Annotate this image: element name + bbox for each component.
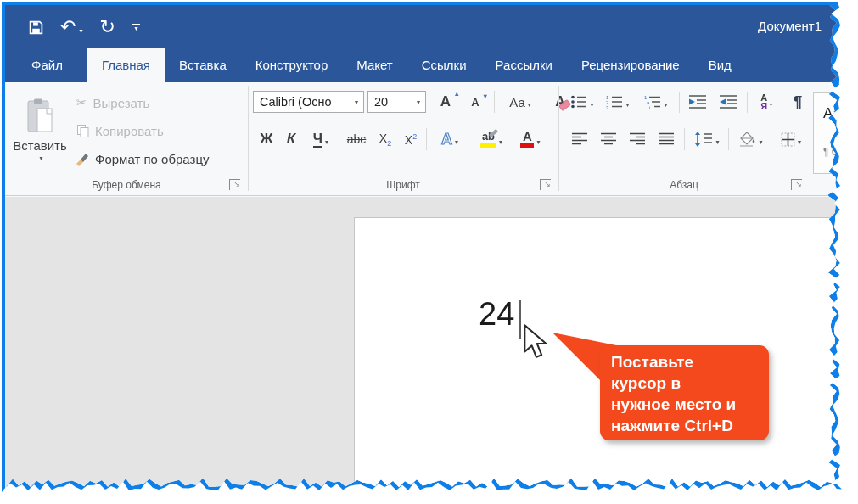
tab-review[interactable]: Рецензирование	[567, 48, 694, 82]
increase-indent-button[interactable]	[715, 91, 742, 113]
undo-icon: ↶	[60, 19, 76, 36]
callout-bubble: Поставьте курсор в нужное место и нажмит…	[600, 345, 769, 440]
highlight-color-bar	[480, 143, 496, 148]
tab-layout[interactable]: Макет	[342, 48, 407, 82]
tab-mailings[interactable]: Рассылки	[481, 48, 567, 82]
text-effects-icon: А	[441, 131, 452, 148]
increase-indent-icon	[719, 94, 737, 109]
document-text[interactable]: 24	[479, 296, 514, 333]
highlight-dropdown-icon[interactable]: ▾	[499, 138, 502, 146]
show-marks-button[interactable]: ¶	[786, 89, 810, 115]
clipboard-dialog-launcher[interactable]: ↘	[229, 179, 240, 190]
multilevel-dropdown-icon[interactable]: ▾	[664, 101, 667, 109]
format-painter-button[interactable]: Формат по образцу	[75, 148, 210, 169]
font-color-button[interactable]: А ▾	[513, 126, 548, 153]
align-left-icon	[571, 132, 588, 146]
text-effects-button[interactable]: А ▾	[431, 126, 468, 152]
paragraph-dialog-launcher[interactable]: ↘	[791, 179, 802, 190]
italic-button[interactable]: К	[280, 126, 302, 152]
superscript-button[interactable]: X2	[399, 126, 423, 152]
document-page[interactable]: 24 Поставьте курсор в нужное место и наж…	[354, 217, 838, 489]
tab-references[interactable]: Ссылки	[407, 48, 481, 82]
style-preview-text: Аа	[823, 105, 838, 122]
qat-customize-button[interactable]: ▾	[132, 24, 140, 31]
callout-text-line: нажмите Ctrl+D	[611, 415, 758, 436]
grow-font-button[interactable]: А▴	[433, 90, 458, 114]
undo-dropdown-icon[interactable]: ▾	[79, 27, 82, 35]
underline-dropdown-icon[interactable]: ▾	[325, 138, 328, 146]
bullets-icon	[570, 94, 587, 109]
align-center-icon	[600, 132, 617, 146]
qat-customize-caret-icon: ▾	[134, 25, 137, 31]
callout-text-line: курсор в	[611, 372, 758, 394]
sort-button[interactable]: АЯ ↓	[752, 89, 782, 115]
sort-icon: АЯ ↓	[760, 93, 773, 110]
highlight-color-button[interactable]: ab ▾	[472, 126, 511, 153]
subscript-icon: X2	[379, 132, 391, 148]
shading-dropdown-icon[interactable]: ▾	[759, 138, 762, 146]
align-right-button[interactable]	[625, 126, 650, 152]
ribbon-tab-strip: Файл Главная Вставка Конструктор Макет С…	[17, 48, 746, 82]
numbering-icon: 123	[606, 94, 623, 109]
style-gallery-item[interactable]: Аа ¶ О	[813, 92, 838, 174]
strikethrough-button[interactable]: abc	[341, 126, 372, 152]
paste-button[interactable]: Вставить ▾	[7, 85, 73, 175]
separator	[679, 92, 680, 113]
group-divider	[810, 86, 810, 191]
line-spacing-icon	[694, 132, 713, 147]
font-dialog-launcher[interactable]: ↘	[540, 179, 551, 190]
justify-button[interactable]	[653, 126, 679, 152]
font-name-dropdown-icon[interactable]: ▾	[350, 98, 363, 106]
shrink-font-button[interactable]: А▾	[463, 90, 487, 114]
borders-dropdown-icon[interactable]: ▾	[798, 138, 801, 146]
line-spacing-button[interactable]: ▾	[689, 126, 725, 152]
title-bar: ↶ ▾ ↻ ▾ Документ1 Файл Главная Вставка К…	[5, 5, 838, 82]
tab-design[interactable]: Конструктор	[241, 48, 343, 82]
underline-label: Ч	[313, 132, 322, 148]
cut-button[interactable]: ✂ Вырезать	[76, 92, 149, 113]
subscript-button[interactable]: X2	[373, 126, 397, 152]
separator	[494, 91, 495, 113]
numbering-dropdown-icon[interactable]: ▾	[625, 101, 629, 109]
copy-label: Копировать	[95, 124, 164, 138]
bold-button[interactable]: Ж	[255, 126, 278, 152]
redo-button[interactable]: ↻	[99, 19, 115, 36]
bullets-button[interactable]: ▾	[565, 91, 599, 113]
font-name-combo[interactable]: Calibri (Осно ▾	[253, 91, 364, 113]
multilevel-list-button[interactable]: 1ai ▾	[638, 91, 674, 113]
underline-button[interactable]: Ч ▾	[304, 126, 338, 152]
copy-button[interactable]: Копировать	[76, 120, 164, 141]
font-color-dropdown-icon[interactable]: ▾	[536, 138, 540, 146]
svg-text:i: i	[649, 105, 650, 109]
align-left-button[interactable]	[567, 126, 592, 152]
shading-button[interactable]: ▾	[733, 126, 769, 152]
pilcrow-icon: ¶	[794, 92, 803, 111]
clipboard-group-label: Буфер обмена	[5, 177, 248, 194]
borders-button[interactable]: ▾	[772, 126, 810, 152]
text-effects-dropdown-icon[interactable]: ▾	[455, 138, 458, 146]
align-center-button[interactable]	[596, 126, 621, 152]
save-button[interactable]	[29, 20, 43, 35]
bullets-dropdown-icon[interactable]: ▾	[590, 101, 593, 109]
tab-home[interactable]: Главная	[87, 48, 165, 82]
ribbon: Вставить ▾ ✂ Вырезать Копировать Формат …	[5, 82, 838, 196]
decrease-indent-button[interactable]	[684, 91, 711, 113]
paste-dropdown-icon[interactable]: ▾	[39, 154, 42, 162]
text-caret	[519, 300, 521, 339]
change-case-button[interactable]: Аа ▾	[501, 90, 540, 114]
svg-text:3: 3	[606, 105, 609, 109]
justify-icon	[658, 132, 675, 146]
numbering-button[interactable]: 123 ▾	[601, 91, 635, 113]
tab-file[interactable]: Файл	[17, 48, 77, 82]
line-spacing-dropdown-icon[interactable]: ▾	[715, 138, 719, 146]
style-name: ¶ О	[823, 146, 838, 158]
shrink-font-icon: А▾	[471, 96, 479, 109]
font-size-combo[interactable]: 20 ▾	[367, 91, 426, 113]
undo-button[interactable]: ↶ ▾	[60, 19, 82, 36]
tab-insert[interactable]: Вставка	[165, 48, 241, 82]
tab-view[interactable]: Вид	[694, 48, 746, 82]
paint-bucket-icon	[739, 132, 756, 147]
save-icon	[29, 20, 43, 35]
separator	[426, 128, 427, 150]
font-size-dropdown-icon[interactable]: ▾	[412, 98, 425, 106]
